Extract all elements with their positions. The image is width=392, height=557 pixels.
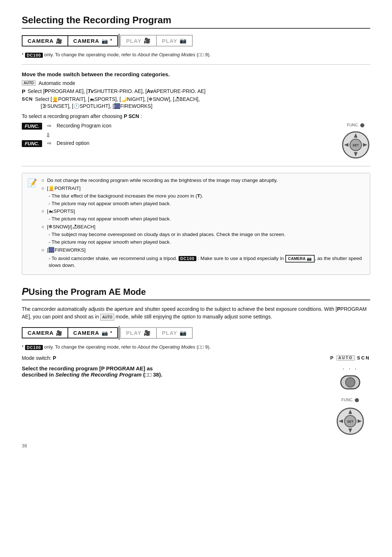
play-video-icon-2a: 🎥 <box>144 330 151 336</box>
select-recording-heading: Select the recording program [P PROGRAM … <box>22 365 309 378</box>
mode-badge-camera-photo-1: CAMERA * <box>68 35 118 46</box>
func-step1-text: Recording Program icon <box>57 123 111 129</box>
func-arrow-1: ⇨ <box>47 123 52 129</box>
program-ae-body: The camcorder automatically adjusts the … <box>22 305 370 321</box>
auto-mode-row: AUTO Automatic mode <box>22 80 370 86</box>
video-icon-1a <box>56 38 62 44</box>
play-label-1b: PLAY <box>162 38 177 44</box>
auto-badge: AUTO <box>22 80 36 86</box>
camera-label-2b: CAMERA <box>73 330 99 336</box>
section-title-2: PUsing the Program AE Mode <box>22 286 370 300</box>
move-heading: Move the mode switch between the recordi… <box>22 71 370 77</box>
scn-mode-row: SCN Select [👱PORTRAIT], [🏍SPORTS], [🌙NIG… <box>22 96 370 102</box>
dots-row: . . . <box>343 364 358 371</box>
nav-ring-svg: SET <box>341 130 370 159</box>
func-section: FUNC. ⇨ Recording Program icon ⇩ FUNC. ⇨… <box>22 123 370 159</box>
page-number: 38 <box>22 443 370 448</box>
func-down-arrow: ⇩ <box>22 132 327 139</box>
note-icon: 📝 <box>27 178 37 188</box>
play-photo-icon-2b: 📷 <box>180 330 187 336</box>
p-letter: P <box>22 88 25 94</box>
note-content: ○ Do not change the recording program wh… <box>41 178 365 270</box>
mode-badge-camera-photo-2: CAMERA * <box>68 327 118 338</box>
play-video-icon-1a: 🎥 <box>144 37 151 44</box>
mode-badge-camera-video-2: CAMERA <box>22 327 68 338</box>
mode-badge-play-video-1: PLAY 🎥 <box>120 35 157 46</box>
mode-switch-label: Mode switch: P <box>22 355 309 361</box>
note-main-text: ○ Do not change the recording program wh… <box>41 178 365 183</box>
mode-bar-2: CAMERA CAMERA * PLAY 🎥 PLAY 📷 <box>22 326 370 340</box>
select-recording-intro: To select a recording program after choo… <box>22 113 370 119</box>
func-badge-1: FUNC. <box>22 123 42 130</box>
func-row-1: FUNC. ⇨ Recording Program icon <box>22 123 327 130</box>
mode-separator-1 <box>119 34 119 48</box>
fireworks-sub1: - To avoid camcorder shake, we recommend… <box>41 255 365 268</box>
camera-label-1b: CAMERA <box>73 38 99 44</box>
auto-badge-diagram: AUTO <box>336 355 355 361</box>
mode-badge-play-photo-1: PLAY 📷 <box>157 35 193 46</box>
func-badge-2: FUNC. <box>22 140 42 147</box>
play-photo-icon-1b: 📷 <box>180 37 187 44</box>
p-auto-scn-labels: P AUTO SCN <box>330 355 370 361</box>
svg-text:SET: SET <box>352 143 359 147</box>
star-2: * <box>110 330 113 336</box>
func-label-2: FUNC. ⬤ <box>342 398 359 402</box>
star-1: * <box>110 38 113 43</box>
snow-beach-sub1: - The subject may become overexposed on … <box>41 232 365 237</box>
p-label: P <box>330 355 335 361</box>
dc100-badge-1: DC100 <box>25 53 43 58</box>
section-title-1: Selecting the Recording Program <box>22 15 370 29</box>
mode-separator-2 <box>119 326 119 340</box>
auto-label: Automatic mode <box>38 80 75 86</box>
camera-label-1a: CAMERA <box>28 38 54 44</box>
divider-2 <box>22 166 370 166</box>
sports-sub1: - The picture may not appear smooth when… <box>41 216 365 221</box>
func-step2-text: Desired option <box>57 140 89 146</box>
portrait-sub2: - The picture may not appear smooth when… <box>41 201 365 206</box>
camera-label-2a: CAMERA <box>28 330 54 336</box>
p-prefix: P <box>22 286 29 297</box>
snow-beach-sub2: - The picture may not appear smooth when… <box>41 239 365 245</box>
mode-badge-camera-video-1: CAMERA <box>22 35 68 46</box>
func-steps: FUNC. ⇨ Recording Program icon ⇩ FUNC. ⇨… <box>22 123 327 149</box>
scn-line2: [🌫SUNSET], [🕐SPOTLIGHT], [🎆FIREWORKS] <box>41 103 152 109</box>
dc100-badge-2: DC100 <box>25 345 43 350</box>
mode-switch-left: Mode switch: P Select the recording prog… <box>22 355 309 383</box>
func-row-2: FUNC. ⇨ Desired option <box>22 140 327 147</box>
mode-badge-play-photo-2: PLAY 📷 <box>157 327 193 339</box>
fireworks-header: ○ [🎆FIREWORKS] <box>41 247 365 253</box>
svg-point-8 <box>346 378 355 387</box>
photo-icon-2b <box>102 330 108 336</box>
video-icon-2a <box>56 330 62 336</box>
scn-label-diagram: SCN <box>357 355 370 361</box>
portrait-sub1: - The blur effect of the background incr… <box>41 193 365 199</box>
mode-badge-play-video-2: PLAY 🎥 <box>120 327 157 339</box>
portrait-header: ○ [👱PORTRAIT] <box>41 185 365 191</box>
p-line-text: Select [PPROGRAM AE], [TvSHUTTER-PRIO. A… <box>28 88 205 94</box>
snow-beach-header: ○ [❄SNOW]/[🏖BEACH] <box>41 224 365 229</box>
mode-switch-row: Mode switch: P Select the recording prog… <box>22 355 370 436</box>
func-diagram-label: FUNC. ⬤ <box>347 123 365 127</box>
scn-badge: SCN <box>22 96 33 102</box>
p-mode-row: P Select [PPROGRAM AE], [TvSHUTTER-PRIO.… <box>22 88 370 94</box>
note-box: 📝 ○ Do not change the recording program … <box>22 173 370 275</box>
footnote-1: * DC100 only. To change the operating mo… <box>22 52 370 58</box>
sports-header: ○ [🏍SPORTS] <box>41 208 365 214</box>
play-label-2a: PLAY <box>126 330 142 336</box>
photo-icon-1b <box>102 38 108 44</box>
svg-text:SET: SET <box>347 420 354 423</box>
footnote-2: * DC100 only. To change the operating mo… <box>22 344 370 350</box>
divider-1 <box>22 64 370 65</box>
func-arrow-2: ⇨ <box>47 140 52 146</box>
scn-line2-row: [🌫SUNSET], [🕐SPOTLIGHT], [🎆FIREWORKS] <box>22 103 370 109</box>
func-diagram: FUNC. ⬤ SET <box>341 123 370 159</box>
dial-svg <box>339 374 361 390</box>
mode-switch-diagram: P AUTO SCN . . . FUNC. ⬤ SET <box>330 355 370 436</box>
play-label-2b: PLAY <box>162 330 177 336</box>
play-label-1a: PLAY <box>126 38 142 44</box>
mode-bar-1: CAMERA CAMERA * PLAY 🎥 PLAY 📷 <box>22 34 370 48</box>
nav-ring-svg-2: SET <box>336 407 365 436</box>
scn-line1: Select [👱PORTRAIT], [🏍SPORTS], [🌙NIGHT],… <box>35 96 200 102</box>
